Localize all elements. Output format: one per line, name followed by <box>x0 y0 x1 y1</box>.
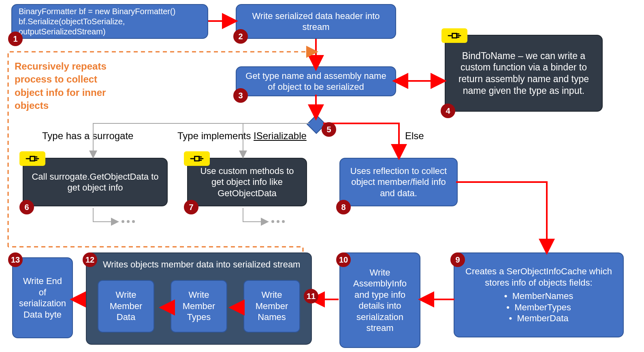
inner-write-member-types: Write Member Types <box>171 280 227 333</box>
badge-2: 2 <box>233 29 248 44</box>
node-write-end: Write End of serialization Data byte <box>12 257 73 338</box>
plug-icon-bindtoname <box>441 28 467 43</box>
plug-icon-surrogate <box>19 151 45 166</box>
recursion-label: Recursively repeats process to collect o… <box>15 60 128 112</box>
code-line-2: bf.Serialize(objectToSerialize, outputSe… <box>19 17 201 37</box>
node-reflection: Uses reflection to collect object member… <box>339 158 458 206</box>
badge-5: 5 <box>322 122 336 137</box>
badge-13: 13 <box>8 252 23 267</box>
node-write-assemblyinfo: Write AssemblyInfo and type info details… <box>339 252 420 348</box>
n12-title: Writes objects member data into serializ… <box>103 259 304 270</box>
node-bindtoname: BindToName – we can write a custom funct… <box>445 35 603 112</box>
node-write-header: Write serialized data header into stream <box>236 4 396 39</box>
branch-label-surrogate: Type has a surrogate <box>42 130 133 142</box>
node-get-typename: Get type name and assembly name of objec… <box>236 66 396 96</box>
badge-7: 7 <box>184 200 198 214</box>
badge-12: 12 <box>83 252 97 267</box>
n9-bullet-3: MemberData <box>517 313 568 323</box>
badge-6: 6 <box>19 200 34 214</box>
node-serobjectinfocache: Creates a SerObjectInfoCache which store… <box>454 252 624 337</box>
ellipsis-6 <box>122 220 135 223</box>
badge-11: 11 <box>304 289 318 303</box>
inner-write-member-data: Write Member Data <box>98 280 154 333</box>
badge-4: 4 <box>441 104 455 118</box>
badge-9: 9 <box>450 252 465 267</box>
badge-1: 1 <box>8 32 23 46</box>
inner-write-member-names: Write Member Names <box>243 280 300 333</box>
badge-10: 10 <box>336 252 351 267</box>
branch-label-else: Else <box>405 130 424 142</box>
n9-bullet-1: MemberNames <box>512 291 573 301</box>
node-write-member-data-container: Writes objects member data into serializ… <box>86 252 312 345</box>
n9-bullet-2: MemberTypes <box>514 302 571 312</box>
badge-3: 3 <box>233 88 248 103</box>
ellipsis-7 <box>271 220 285 223</box>
node-code-init: BinaryFormatter bf = new BinaryFormatter… <box>11 4 208 39</box>
badge-8: 8 <box>336 200 351 214</box>
branch-label-iserializable: Type implements ISerializable <box>177 130 307 142</box>
plug-icon-iserializable <box>184 151 210 166</box>
n9-title: Creates a SerObjectInfoCache which store… <box>461 266 616 288</box>
code-line-1: BinaryFormatter bf = new BinaryFormatter… <box>19 6 201 17</box>
